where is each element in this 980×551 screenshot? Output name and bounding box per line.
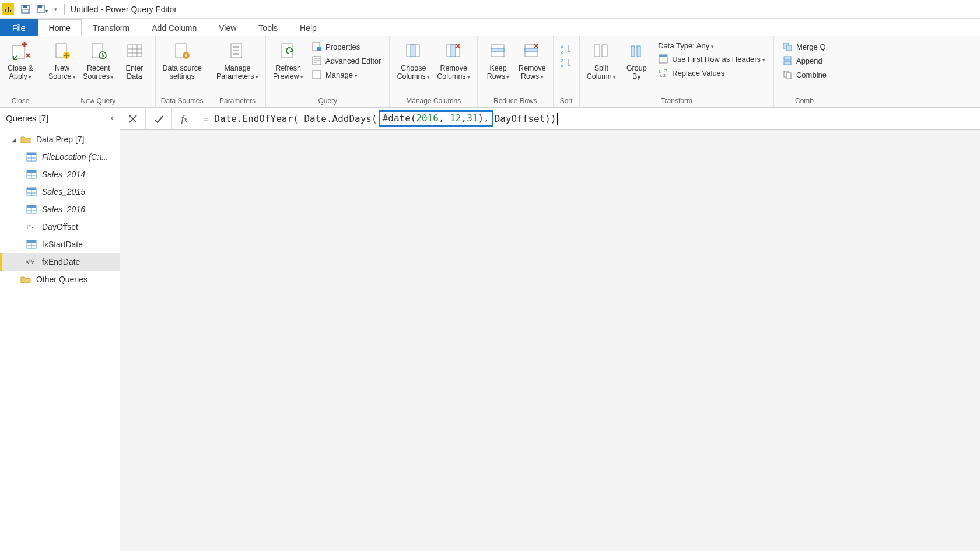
workspace: Queries [7] ‹ ◢ Data Prep [7] FileLocati… [0,108,980,551]
queries-tree: ◢ Data Prep [7] FileLocation (C:\...Sale… [0,128,120,290]
group-by-icon [626,41,647,62]
first-row-headers-button[interactable]: Use First Row as Headers [656,52,768,66]
merge-queries-button[interactable]: Merge Q [780,40,829,54]
query-item-1[interactable]: Sales_2014 [0,166,120,183]
data-source-settings-button[interactable]: Data source settings [159,38,205,83]
formula-text-pre: = Date.EndOfYear( Date.AddDays( [203,113,377,124]
query-item-3[interactable]: Sales_2016 [0,201,120,218]
recent-sources-button[interactable]: Recent Sources [79,38,117,83]
tab-transform[interactable]: Transform [82,19,141,36]
ribbon-group-reduce-rows: Keep Rows Remove Rows Reduce Rows [478,36,554,107]
remove-rows-icon [522,41,542,62]
append-queries-button[interactable]: Append [780,54,829,68]
cancel-formula-button[interactable] [120,108,146,129]
collapse-pane-button[interactable]: ‹ [111,113,114,123]
tab-add-column[interactable]: Add Column [141,19,208,36]
query-item-label: Sales_2014 [42,170,85,179]
group-label-combine: Comb [778,96,831,107]
qat-customize[interactable]: ▾ [51,2,60,16]
advanced-editor-button[interactable]: Advanced Editor [309,54,383,68]
choose-columns-button[interactable]: Choose Columns [393,38,433,83]
svg-rect-1 [5,9,6,12]
svg-rect-60 [786,73,791,79]
sort-asc-button[interactable]: AZ [559,42,573,56]
query-group-other[interactable]: Other Queries [0,271,120,288]
formula-num3: 31 [467,113,478,124]
formula-input[interactable]: = Date.EndOfYear( Date.AddDays( #date(20… [197,108,980,129]
query-item-4[interactable]: 1²₃DayOffset [0,218,120,236]
commit-formula-button[interactable] [146,108,172,129]
close-apply-label: Close & Apply [8,64,33,81]
formula-hl-pre: #date( [383,113,416,124]
split-column-button[interactable]: Split Column [583,38,620,83]
svg-rect-15 [128,45,142,57]
manage-query-icon [312,69,322,80]
fx-button[interactable]: fx [172,108,197,129]
first-row-headers-icon [658,54,668,64]
remove-columns-icon [443,41,464,62]
merge-queries-label: Merge Q [796,43,826,51]
choose-columns-label: Choose Columns [397,64,430,81]
keep-rows-icon [488,41,509,62]
close-apply-button[interactable]: Close & Apply [4,38,37,83]
combine-files-label: Combine [796,71,827,79]
combine-files-button[interactable]: Combine [780,68,829,82]
remove-rows-button[interactable]: Remove Rows [515,38,550,83]
manage-parameters-button[interactable]: Manage Parameters [213,38,262,83]
properties-icon [312,41,322,52]
data-source-settings-label: Data source settings [163,64,202,81]
ribbon-group-combine: Merge Q Append Combine Comb [774,36,835,107]
ribbon-group-query: Refresh Preview Properties Advanced Edit… [266,36,390,107]
group-label-query: Query [270,96,386,107]
new-source-button[interactable]: New Source [45,38,79,83]
replace-values-label: Replace Values [672,69,724,78]
app-icon [2,3,14,15]
svg-rect-52 [659,55,667,57]
formula-bar: fx = Date.EndOfYear( Date.AddDays( #date… [120,108,980,130]
manage-query-button[interactable]: Manage [309,68,383,82]
tab-file[interactable]: File [0,19,38,36]
svg-text:A: A [561,44,564,50]
query-group-data-prep[interactable]: ◢ Data Prep [7] [0,131,120,148]
advanced-editor-icon [312,55,322,66]
query-item-0[interactable]: FileLocation (C:\... [0,148,120,166]
save-as-button[interactable]: ▾ [35,2,49,16]
svg-rect-5 [23,5,27,8]
query-item-2[interactable]: Sales_2015 [0,183,120,201]
first-row-headers-label: Use First Row as Headers [672,55,761,64]
enter-data-button[interactable]: Enter Data [118,38,152,83]
svg-text:▾: ▾ [46,9,48,14]
svg-rect-38 [451,45,456,57]
svg-rect-8 [38,5,42,8]
svg-text:2: 2 [663,73,666,78]
query-group-other-label: Other Queries [36,275,88,284]
keep-rows-button[interactable]: Keep Rows [481,38,515,83]
svg-text:Aᴮᴄ: Aᴮᴄ [25,259,35,265]
formula-num2: 12 [450,113,461,124]
replace-values-button[interactable]: 12Replace Values [656,66,768,80]
group-by-button[interactable]: Group By [620,38,653,83]
svg-rect-40 [491,48,504,52]
title-bar: ▾ ▾ Untitled - Power Query Editor [0,0,980,19]
svg-rect-50 [637,46,640,57]
group-label-new-query: New Query [45,96,152,107]
menu-tabs: File Home Transform Add Column View Tool… [0,19,980,36]
data-type-button[interactable]: Data Type: Any [656,40,768,52]
remove-columns-button[interactable]: Remove Columns [433,38,474,83]
refresh-preview-button[interactable]: Refresh Preview [270,38,307,83]
sort-desc-button[interactable]: ZA [559,56,573,70]
query-item-6[interactable]: AᴮᴄfxEndDate [0,253,120,271]
tab-tools[interactable]: Tools [247,19,289,36]
save-button[interactable] [19,2,33,16]
svg-point-29 [317,47,321,51]
properties-button[interactable]: Properties [309,40,383,54]
tab-home[interactable]: Home [38,19,82,36]
query-item-5[interactable]: fxStartDate [0,236,120,253]
tab-view[interactable]: View [208,19,247,36]
query-item-label: fxEndDate [42,257,80,266]
svg-rect-13 [92,44,103,58]
tab-help[interactable]: Help [289,19,328,36]
ribbon-group-manage-columns: Choose Columns Remove Columns Manage Col… [390,36,478,107]
text-cursor [557,113,558,125]
formula-text-post: DayOffset)) [495,113,556,124]
